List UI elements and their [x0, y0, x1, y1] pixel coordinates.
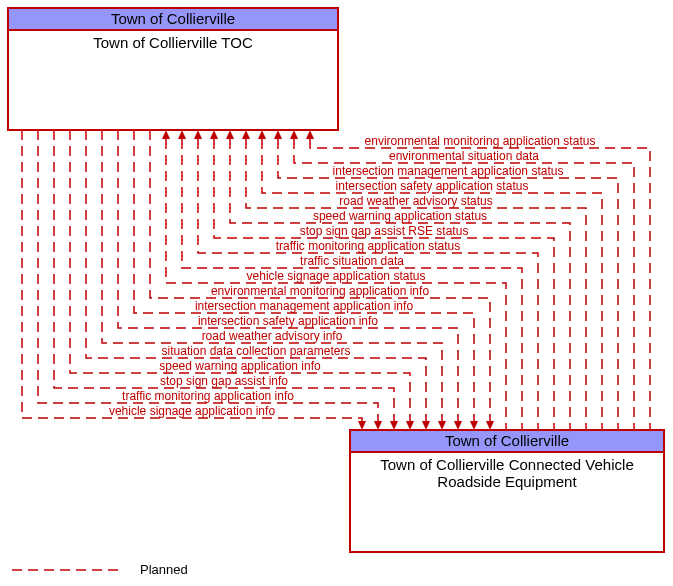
node-owner: Town of Collierville: [445, 432, 569, 449]
legend-label: Planned: [140, 562, 188, 577]
flow-label: intersection management application stat…: [333, 164, 564, 178]
svg-marker-11: [470, 421, 478, 430]
flow-label: road weather advisory info: [202, 329, 343, 343]
svg-marker-6: [210, 130, 218, 139]
svg-marker-17: [374, 421, 382, 430]
svg-marker-10: [486, 421, 494, 430]
svg-marker-12: [454, 421, 462, 430]
node: Town of ColliervilleTown of Collierville…: [350, 430, 664, 552]
svg-marker-9: [162, 130, 170, 139]
svg-marker-7: [194, 130, 202, 139]
flow-label: road weather advisory status: [339, 194, 492, 208]
node-title: Roadside Equipment: [437, 473, 577, 490]
flow-label: intersection management application info: [195, 299, 413, 313]
node: Town of ColliervilleTown of Collierville…: [8, 8, 338, 130]
svg-marker-13: [438, 421, 446, 430]
node-title: Town of Collierville Connected Vehicle: [380, 456, 633, 473]
svg-marker-15: [406, 421, 414, 430]
flow-label: intersection safety application status: [336, 179, 529, 193]
svg-marker-18: [358, 421, 366, 430]
flow-label: vehicle signage application status: [247, 269, 426, 283]
flow-label: environmental situation data: [389, 149, 539, 163]
flow-label: traffic monitoring application info: [122, 389, 294, 403]
flow-label: traffic situation data: [300, 254, 404, 268]
flow-label: speed warning application status: [313, 209, 487, 223]
architecture-diagram: environmental monitoring application sta…: [0, 0, 673, 586]
legend: Planned: [12, 562, 188, 577]
flow-label: stop sign gap assist RSE status: [300, 224, 469, 238]
svg-marker-2: [274, 130, 282, 139]
svg-marker-8: [178, 130, 186, 139]
flow-label: environmental monitoring application sta…: [365, 134, 596, 148]
svg-marker-5: [226, 130, 234, 139]
svg-marker-4: [242, 130, 250, 139]
flow-label: environmental monitoring application inf…: [211, 284, 429, 298]
flow-label: vehicle signage application info: [109, 404, 275, 418]
flow-label: situation data collection parameters: [162, 344, 351, 358]
flow-label: speed warning application info: [159, 359, 321, 373]
node-title: Town of Collierville TOC: [93, 34, 253, 51]
flow-label: intersection safety application info: [198, 314, 378, 328]
flow-label: stop sign gap assist info: [160, 374, 288, 388]
flow-label: traffic monitoring application status: [276, 239, 461, 253]
svg-marker-1: [290, 130, 298, 139]
svg-marker-0: [306, 130, 314, 139]
svg-marker-3: [258, 130, 266, 139]
node-owner: Town of Collierville: [111, 10, 235, 27]
svg-marker-16: [390, 421, 398, 430]
svg-marker-14: [422, 421, 430, 430]
